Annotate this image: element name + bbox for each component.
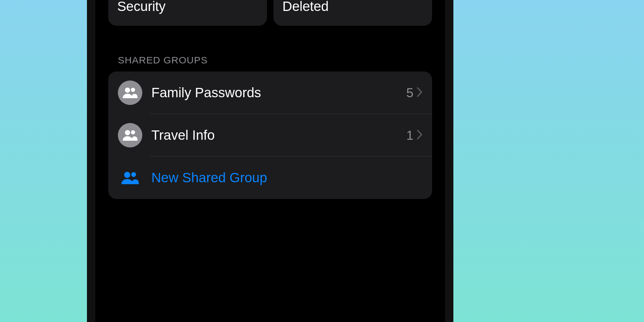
new-shared-group-button[interactable]: New Shared Group [108, 156, 432, 199]
chevron-right-icon [417, 129, 422, 141]
shared-group-label: Travel Info [151, 128, 406, 143]
chevron-right-icon [417, 87, 422, 99]
bezel-right [445, 0, 453, 322]
svg-point-4 [124, 172, 130, 178]
shared-group-count: 5 [406, 86, 413, 100]
svg-point-1 [131, 88, 135, 92]
svg-point-5 [131, 172, 136, 177]
category-tiles: Security Deleted [108, 0, 432, 26]
people-icon [118, 80, 142, 105]
shared-group-row[interactable]: Travel Info 1 [108, 114, 432, 156]
tile-security-label: Security [117, 0, 258, 14]
people-add-icon [118, 166, 142, 190]
shared-group-row[interactable]: Family Passwords 5 [108, 71, 432, 114]
shared-groups-header: SHARED GROUPS [118, 55, 208, 66]
tile-deleted[interactable]: Deleted [273, 0, 432, 26]
svg-point-3 [131, 130, 135, 135]
svg-point-2 [125, 130, 130, 135]
screen: Security Deleted SHARED GROUPS Family [95, 0, 445, 322]
shared-group-count: 1 [406, 128, 413, 143]
tile-security[interactable]: Security [108, 0, 267, 26]
svg-point-0 [125, 88, 130, 93]
tile-deleted-label: Deleted [282, 0, 423, 14]
bezel-left [87, 0, 95, 322]
shared-group-label: Family Passwords [151, 85, 406, 100]
people-icon [118, 123, 142, 147]
device-frame: Security Deleted SHARED GROUPS Family [87, 0, 453, 322]
shared-groups-list: Family Passwords 5 Trave [108, 71, 432, 199]
new-shared-group-label: New Shared Group [151, 170, 422, 185]
